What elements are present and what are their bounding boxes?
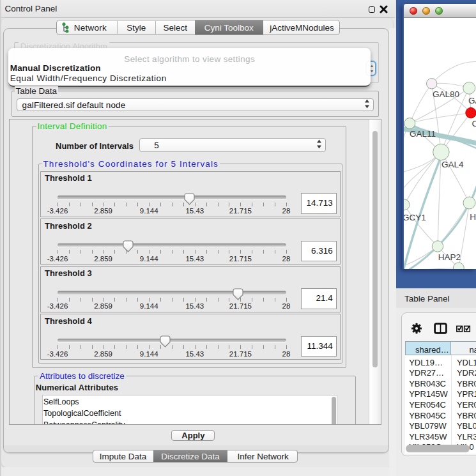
- svg-text:H: H: [470, 211, 476, 221]
- svg-text:HAP2: HAP2: [438, 252, 461, 261]
- svg-text:GAL4: GAL4: [441, 160, 464, 169]
- svg-text:GAL11: GAL11: [410, 128, 436, 138]
- svg-text:C: C: [472, 119, 476, 128]
- svg-text:GAL80: GAL80: [433, 89, 459, 98]
- svg-text:GCY1: GCY1: [404, 213, 426, 222]
- svg-text:GA: GA: [468, 95, 476, 105]
